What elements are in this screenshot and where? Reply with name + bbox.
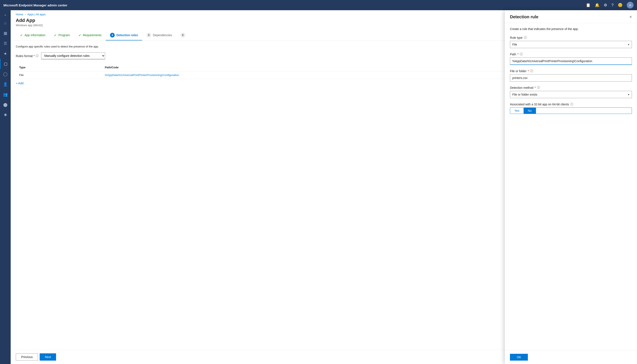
panel-body: Create a rule that indicates the presenc… (505, 23, 637, 350)
path-group: Path * ⓘ (510, 52, 632, 65)
tab-number-5: 5 (146, 33, 151, 38)
topbar: Microsoft Endpoint Manager admin center … (0, 0, 637, 10)
tab-number-4: 4 (110, 33, 115, 38)
rule-type-group: Rule type ⓘ File (510, 36, 632, 48)
grid-icon: ▦ (4, 31, 7, 36)
tab-label-2: Program (58, 34, 70, 37)
circle-icon: ◯ (3, 72, 8, 76)
bell-icon[interactable]: 🔔 (595, 3, 599, 8)
topbar-icons: 📋 🔔 ⚙ ? 😊 A (586, 2, 633, 8)
col-type: Type (16, 64, 101, 71)
toggle-no-button[interactable]: No (524, 108, 536, 114)
sidebar-item-favorites[interactable]: ★ (0, 48, 11, 59)
tab-label-4: Detection rules (116, 34, 138, 37)
rule-type-select[interactable]: File (510, 41, 632, 48)
tab-app-information[interactable]: ✓ App information (16, 30, 50, 40)
sidebar-item-user[interactable]: 👤 (0, 79, 11, 90)
sidebar-item-users[interactable]: 👥 (0, 90, 11, 100)
apps-icon: ▢ (4, 62, 8, 66)
ok-button[interactable]: OK (510, 354, 528, 360)
panel-header: Detection rule × (505, 10, 637, 23)
gear-icon[interactable]: ⚙ (604, 3, 607, 8)
sidebar-item-apps[interactable]: ▢ (0, 59, 11, 69)
detection-method-group: Detection method * ⓘ File or folder exis… (510, 86, 632, 98)
app-title: Microsoft Endpoint Manager admin center (4, 4, 586, 7)
tab-number-6: 6 (180, 33, 185, 38)
tab-label-5: Dependencies (153, 34, 172, 37)
users-icon: 👥 (3, 92, 8, 97)
rule-type-label: Rule type ⓘ (510, 36, 632, 40)
panel-footer: OK (505, 350, 637, 364)
help-icon[interactable]: ? (611, 3, 613, 8)
detection-info-icon[interactable]: ⓘ (537, 86, 540, 90)
associated-info-icon[interactable]: ⓘ (570, 102, 573, 106)
sidebar-collapse[interactable]: « (5, 12, 6, 18)
list-icon: ☰ (4, 41, 7, 46)
sidebar-item-list[interactable]: ☰ (0, 38, 11, 48)
rules-format-info-icon[interactable]: ⓘ (36, 54, 39, 58)
detection-required: * (535, 86, 536, 90)
tab-6[interactable]: 6 (176, 30, 189, 40)
feedback-icon[interactable]: 😊 (618, 3, 622, 8)
file-folder-group: File or folder * ⓘ (510, 69, 632, 82)
file-folder-input[interactable] (510, 74, 632, 82)
breadcrumb-sep1: › (25, 13, 27, 16)
file-folder-label: File or folder * ⓘ (510, 69, 632, 73)
add-rule-link[interactable]: + Add (16, 82, 24, 85)
rules-format-select[interactable]: Manually configure detection rules (41, 52, 105, 60)
tab-label-1: App information (25, 34, 45, 37)
detection-rule-panel: Detection rule × Create a rule that indi… (505, 10, 637, 364)
rule-type-info-icon[interactable]: ⓘ (524, 36, 527, 40)
associated-32bit-group: Associated with a 32-bit app on 64-bit c… (510, 102, 632, 114)
tab-detection-rules[interactable]: 4 Detection rules (106, 30, 142, 40)
clipboard-icon[interactable]: 📋 (586, 3, 590, 8)
toggle-group: Yes No (510, 108, 632, 114)
path-info-icon[interactable]: ⓘ (520, 52, 523, 56)
sidebar-item-grid[interactable]: ▦ (0, 28, 11, 38)
tab-dependencies[interactable]: 5 Dependencies (142, 30, 176, 40)
detection-method-label: Detection method * ⓘ (510, 86, 632, 90)
sidebar-item-tools[interactable]: ✱ (0, 110, 11, 120)
panel-description: Create a rule that indicates the presenc… (510, 27, 632, 31)
avatar[interactable]: A (627, 2, 633, 8)
tab-program[interactable]: ✓ Program (50, 30, 74, 40)
detection-method-select-wrapper: File or folder exists (510, 91, 632, 98)
next-button[interactable]: Next (40, 353, 56, 360)
panel-close-button[interactable]: × (629, 14, 632, 19)
detection-method-select[interactable]: File or folder exists (510, 91, 632, 98)
file-folder-required: * (528, 70, 529, 73)
hex-icon: ⬤ (3, 102, 8, 107)
sidebar-item-circle[interactable]: ◯ (0, 69, 11, 79)
row-path-link[interactable]: %AppData%\UniversalPrintPrinterProvision… (105, 74, 179, 77)
previous-button[interactable]: Previous (16, 353, 38, 360)
path-label: Path * ⓘ (510, 52, 632, 56)
path-required: * (517, 52, 518, 56)
breadcrumb-home[interactable]: Home (16, 13, 23, 16)
file-folder-info-icon[interactable]: ⓘ (530, 69, 533, 73)
toggle-yes-button[interactable]: Yes (510, 108, 524, 114)
rules-format-label: Rules format * ⓘ (16, 54, 39, 58)
row-type: File (16, 71, 101, 79)
breadcrumb-apps[interactable]: Apps | All apps (27, 13, 46, 16)
tools-icon: ✱ (4, 112, 7, 117)
required-star: * (34, 54, 35, 58)
associated-32bit-label: Associated with a 32-bit app on 64-bit c… (510, 102, 632, 106)
sidebar-item-dashboard[interactable]: ⌂ (0, 18, 11, 28)
tab-requirements[interactable]: ✓ Requirements (74, 30, 106, 40)
dashboard-icon: ⌂ (4, 21, 7, 25)
star-icon: ★ (4, 51, 7, 56)
rule-type-select-wrapper: File (510, 41, 632, 48)
panel-title: Detection rule (510, 14, 538, 19)
check-icon-1: ✓ (20, 33, 23, 37)
check-icon-3: ✓ (78, 33, 81, 37)
check-icon-2: ✓ (54, 33, 57, 37)
path-input[interactable] (510, 58, 632, 65)
user-icon: 👤 (3, 82, 8, 87)
sidebar: « ⌂ ▦ ☰ ★ ▢ ◯ 👤 👥 ⬤ ✱ (0, 10, 11, 364)
tab-label-3: Requirements (83, 34, 101, 37)
sidebar-item-hex[interactable]: ⬤ (0, 100, 11, 110)
